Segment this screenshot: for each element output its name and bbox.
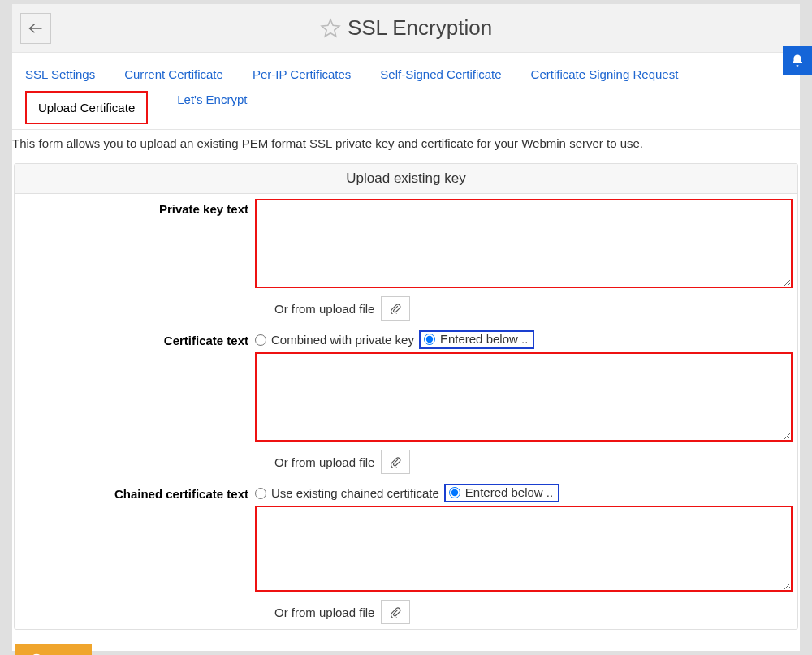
- tab-per-ip-certificates[interactable]: Per-IP Certificates: [253, 67, 351, 93]
- chained-upload-button[interactable]: [381, 600, 410, 624]
- paperclip-icon: [390, 456, 401, 468]
- chained-radio-entered[interactable]: [449, 487, 460, 498]
- chained-radio-existing-label: Use existing chained certificate: [271, 486, 439, 500]
- chained-radio-existing[interactable]: [255, 488, 266, 499]
- chained-textarea[interactable]: [255, 506, 793, 592]
- private-key-upload-button[interactable]: [381, 296, 410, 321]
- bell-icon: [790, 54, 805, 68]
- certificate-upload-button[interactable]: [381, 450, 410, 474]
- chained-label: Chained certificate text: [15, 484, 255, 501]
- certificate-label: Certificate text: [15, 330, 255, 347]
- certificate-or-upload-label: Or from upload file: [274, 455, 374, 469]
- upload-panel: Upload existing key Private key text Or …: [14, 163, 798, 630]
- private-key-or-upload-label: Or from upload file: [274, 302, 374, 316]
- tab-self-signed-certificate[interactable]: Self-Signed Certificate: [380, 67, 501, 93]
- paperclip-icon: [390, 606, 401, 618]
- page-title: SSL Encryption: [348, 15, 492, 41]
- private-key-label: Private key text: [15, 199, 255, 216]
- back-button[interactable]: [20, 13, 51, 44]
- back-arrow-icon: [28, 23, 43, 34]
- tab-current-certificate[interactable]: Current Certificate: [124, 67, 223, 93]
- certificate-radio-entered-label: Entered below ..: [440, 332, 528, 346]
- panel-title: Upload existing key: [15, 164, 797, 194]
- tab-bar: SSL Settings Current Certificate Per-IP …: [12, 53, 800, 130]
- private-key-textarea[interactable]: [255, 199, 793, 288]
- tab-ssl-settings[interactable]: SSL Settings: [25, 67, 95, 93]
- certificate-radio-combined[interactable]: [255, 334, 266, 346]
- chained-radio-entered-label: Entered below ..: [465, 485, 553, 499]
- tab-certificate-signing-request[interactable]: Certificate Signing Request: [531, 67, 679, 93]
- certificate-radio-entered[interactable]: [424, 334, 435, 345]
- chained-or-upload-label: Or from upload file: [274, 605, 374, 619]
- page-header: SSL Encryption: [12, 4, 800, 53]
- form-description: This form allows you to upload an existi…: [12, 130, 800, 158]
- star-icon[interactable]: [320, 18, 341, 39]
- tab-upload-certificate[interactable]: Upload Certificate: [25, 91, 148, 124]
- paperclip-icon: [390, 303, 401, 314]
- certificate-textarea[interactable]: [255, 352, 793, 442]
- save-button[interactable]: Save: [15, 644, 92, 655]
- notifications-button[interactable]: [783, 46, 812, 75]
- tab-lets-encrypt[interactable]: Let's Encrypt: [177, 93, 247, 129]
- certificate-radio-combined-label: Combined with private key: [271, 333, 414, 347]
